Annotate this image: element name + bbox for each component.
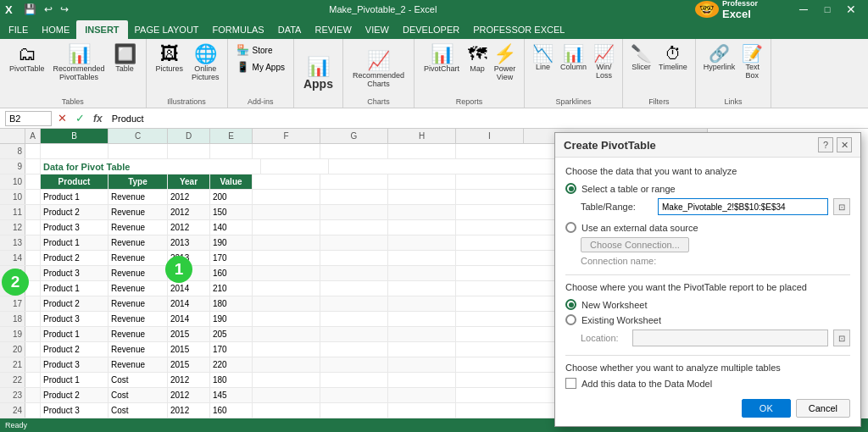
cell-e[interactable]: 180	[210, 373, 253, 387]
cell-f[interactable]	[253, 296, 320, 311]
line-button[interactable]: 📉 Line	[530, 42, 556, 97]
cell-f[interactable]	[253, 251, 320, 265]
cell-h[interactable]	[388, 205, 456, 219]
cell-f[interactable]	[253, 266, 320, 280]
location-collapse-button[interactable]: ⊡	[833, 330, 850, 346]
cell-b[interactable]: Product 1	[41, 281, 108, 296]
tab-view[interactable]: VIEW	[359, 20, 396, 39]
cell-f[interactable]	[253, 327, 320, 341]
cell-g[interactable]	[320, 403, 388, 418]
tab-formulas[interactable]: FORMULAS	[206, 20, 271, 39]
existing-worksheet-label[interactable]: Existing Worksheet	[581, 315, 661, 325]
cell-g[interactable]	[320, 190, 388, 204]
select-range-label[interactable]: Select a table or range	[581, 184, 676, 194]
choose-connection-button[interactable]: Choose Connection...	[581, 237, 689, 252]
tab-developer[interactable]: DEVELOPER	[396, 20, 466, 39]
formula-check-icon[interactable]: ✓	[73, 112, 87, 125]
cell-e10-value-header[interactable]: Value	[210, 174, 253, 189]
online-pictures-button[interactable]: 🌐 OnlinePictures	[189, 42, 222, 84]
cell-h10[interactable]	[388, 174, 456, 189]
cell-a[interactable]	[25, 357, 41, 372]
store-button[interactable]: 🏪 Store	[233, 42, 288, 58]
column-button[interactable]: 📊 Column	[558, 42, 589, 97]
slicer-button[interactable]: 🔪 Slicer	[628, 42, 654, 97]
name-box[interactable]	[5, 111, 52, 126]
add-data-model-label[interactable]: Add this data to the Data Model	[581, 379, 712, 389]
cell-e[interactable]: 200	[210, 190, 253, 204]
map-button[interactable]: 🗺 Map	[465, 42, 489, 75]
power-view-button[interactable]: ⚡ PowerView	[491, 42, 519, 84]
formula-input[interactable]	[108, 114, 863, 124]
cell-h[interactable]	[388, 251, 456, 265]
cell-d[interactable]: 2012	[168, 190, 210, 204]
cell-b[interactable]: Product 2	[41, 388, 108, 402]
cell-a[interactable]	[25, 205, 41, 219]
cell-a9[interactable]	[25, 159, 41, 174]
cell-b[interactable]: Product 1	[41, 373, 108, 387]
cell-c[interactable]: Revenue	[108, 190, 168, 204]
dialog-close-button[interactable]: ✕	[837, 137, 852, 152]
radio-select-range[interactable]	[565, 183, 576, 194]
cell-g8[interactable]	[320, 144, 388, 158]
cell-h[interactable]	[388, 357, 456, 372]
cell-g[interactable]	[320, 205, 388, 219]
apps-button[interactable]: 📊 Apps	[299, 55, 337, 93]
ok-button[interactable]: OK	[742, 399, 791, 418]
cell-h[interactable]	[388, 220, 456, 235]
cell-f10[interactable]	[253, 174, 320, 189]
cell-h[interactable]	[388, 266, 456, 280]
cell-f[interactable]	[253, 312, 320, 326]
cell-e8[interactable]	[210, 144, 253, 158]
tab-review[interactable]: REVIEW	[308, 20, 358, 39]
cell-e[interactable]: 150	[210, 205, 253, 219]
tab-home[interactable]: HOME	[35, 20, 76, 39]
cell-h[interactable]	[388, 296, 456, 311]
cell-c[interactable]: Revenue	[108, 327, 168, 341]
cell-e[interactable]: 205	[210, 327, 253, 341]
undo-button[interactable]: ↩	[42, 3, 55, 15]
pivottable-button[interactable]: 🗂 PivotTable	[5, 42, 49, 75]
cell-g[interactable]	[320, 342, 388, 357]
cell-b[interactable]: Product 3	[41, 266, 108, 280]
cell-a[interactable]	[25, 388, 41, 402]
pivotchart-button[interactable]: 📊 PivotChart	[420, 42, 464, 75]
minimize-button[interactable]: ─	[792, 0, 815, 19]
cell-d[interactable]: 2012	[168, 388, 210, 402]
cell-h[interactable]	[388, 281, 456, 296]
cell-a[interactable]	[25, 296, 41, 311]
cell-h[interactable]	[388, 342, 456, 357]
cell-f[interactable]	[253, 357, 320, 372]
cell-c[interactable]: Revenue	[108, 342, 168, 357]
cell-g[interactable]	[320, 296, 388, 311]
cell-a[interactable]	[25, 235, 41, 250]
cell-c8[interactable]	[108, 144, 168, 158]
cell-h[interactable]	[388, 235, 456, 250]
cell-h8[interactable]	[388, 144, 456, 158]
cell-f8[interactable]	[253, 144, 320, 158]
cell-b[interactable]: Product 2	[41, 251, 108, 265]
cell-a[interactable]	[25, 342, 41, 357]
cell-c[interactable]: Revenue	[108, 312, 168, 326]
cell-b[interactable]: Product 3	[41, 220, 108, 235]
hyperlink-button[interactable]: 🔗 Hyperlink	[701, 42, 738, 97]
cell-g[interactable]	[320, 220, 388, 235]
table-range-input[interactable]	[658, 198, 828, 215]
cell-g[interactable]	[320, 327, 388, 341]
cell-f[interactable]	[253, 281, 320, 296]
cell-d[interactable]: 2014	[168, 312, 210, 326]
cell-e[interactable]: 160	[210, 403, 253, 418]
cell-b[interactable]: Product 2	[41, 296, 108, 311]
cell-f[interactable]	[253, 190, 320, 204]
cell-d[interactable]: 2014	[168, 281, 210, 296]
redo-button[interactable]: ↪	[58, 3, 71, 15]
cell-h[interactable]	[388, 327, 456, 341]
cell-f[interactable]	[253, 403, 320, 418]
cell-b[interactable]: Product 1	[41, 235, 108, 250]
cell-e[interactable]: 220	[210, 357, 253, 372]
cell-c[interactable]: Revenue	[108, 296, 168, 311]
cell-f[interactable]	[253, 220, 320, 235]
cell-d[interactable]: 2015	[168, 342, 210, 357]
checkbox-data-model[interactable]	[565, 378, 576, 389]
cell-g10[interactable]	[320, 174, 388, 189]
cell-e[interactable]: 210	[210, 281, 253, 296]
